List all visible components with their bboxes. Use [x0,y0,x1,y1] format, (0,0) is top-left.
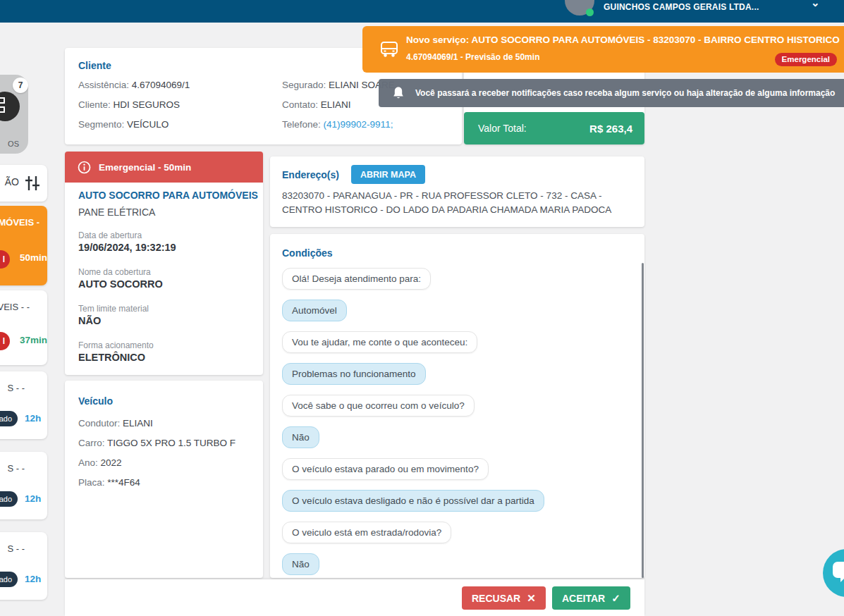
conditions-card: Condições Olá! Deseja atendimento para: … [270,234,644,578]
field-label: Placa: [78,477,105,488]
field-value: ***4F64 [107,477,140,488]
emergency-header-label: Emergencial - 50min [99,162,191,173]
emergency-badge: l [0,250,10,269]
refuse-button[interactable]: RECUSAR ✕ [462,586,546,610]
grid-icon [0,106,5,113]
online-status-dot [586,8,594,16]
notification-text: Você passará a receber notificações caso… [415,88,835,98]
chat-fab[interactable] [823,549,844,597]
chat-answer: Não [282,553,319,575]
plate-field: Placa: ***4F64 [78,477,236,488]
check-icon: ✓ [611,592,620,605]
contact-field: Contato: ELIANI [282,99,395,110]
status-pill: ado [0,491,18,507]
refuse-label: RECUSAR [472,593,520,604]
field-value: NÃO [78,315,149,326]
field-value: ELIANI [123,418,153,429]
service-item-eta: 12h [25,413,41,424]
service-problem: PANE ELÉTRICA [78,207,155,218]
field-label: Contato: [282,99,318,110]
field-label: Segurado: [282,80,326,90]
action-bar: RECUSAR ✕ ACEITAR ✓ [65,579,644,616]
field-value: AUTO SOCORRO [78,278,163,290]
open-map-button[interactable]: ABRIR MAPA [351,165,425,184]
new-service-toast[interactable]: Novo serviço: AUTO SOCORRO PARA AUTOMÓVE… [362,26,844,73]
sidebar-service-item[interactable]: VEIS - - l 37min [0,290,47,365]
address-card-title: Endereço(s) [282,169,339,180]
service-item-eta: 12h [25,493,41,504]
accept-button[interactable]: ACEITAR ✓ [552,586,630,610]
conditions-card-title: Condições [282,247,333,259]
car-field: Carro: TIGGO 5X PRO 1.5 TURBO F [78,438,236,448]
sidebar-service-item[interactable]: S - - ado 12h [0,532,47,600]
notification-toast: Você passará a receber notificações caso… [379,79,844,107]
address-card: Endereço(s) ABRIR MAPA 83203070 - PARANA… [270,156,644,227]
chat-question: O veículo estava parado ou em movimento? [282,458,489,480]
chat-question: O veiculo está em estrada/rodovia? [282,522,451,543]
total-value-banner: Valor Total: R$ 263,4 [464,112,644,144]
assistance-field: Assistência: 4.67094069/1 [78,80,190,90]
field-value: TIGGO 5X PRO 1.5 TURBO F [107,438,236,448]
chevron-down-icon[interactable]: ⌄ [811,0,820,9]
services-tile-label: OS [8,140,19,148]
field-label: Nome da cobertura [78,267,163,277]
field-value: ELETRÔNICO [78,352,154,363]
emergency-header: Emergencial - 50min [65,152,263,183]
field-label: Ano: [78,457,98,468]
filter-sliders-icon[interactable] [24,175,41,192]
field-label: Assistência: [78,80,129,90]
field-value: 19/06/2024, 19:32:19 [78,242,176,253]
material-limit-field: Tem limite material NÃO [78,304,149,326]
chat-answer: Não [282,426,319,448]
client-card-title: Cliente [78,60,111,71]
field-value: ELIANI [321,99,351,110]
service-name: AUTO SOCORRO PARA AUTOMÓVEIS [78,190,258,201]
field-label: Segmento: [78,119,124,130]
field-label: Data de abertura [78,230,176,240]
field-label: Forma acionamento [78,340,154,350]
sidebar-service-item[interactable]: S - - ado 12h [0,452,47,519]
service-item-eta: 50min [20,252,47,263]
sidebar-service-item-selected[interactable]: MÓVEIS - l 50min [0,206,47,285]
total-label: Valor Total: [478,123,527,134]
service-detail-card: Emergencial - 50min AUTO SOCORRO PARA AU… [65,152,263,375]
field-label: Carro: [78,438,105,448]
insured-field: Segurado: ELIANI SOARE [282,80,395,90]
info-icon [78,161,91,174]
opening-date-field: Data de abertura 19/06/2024, 19:32:19 [78,230,176,253]
chat-question: Você sabe o que ocorreu com o veículo? [282,395,475,417]
coverage-field: Nome da cobertura AUTO SOCORRO [78,267,163,290]
phone-link[interactable]: (41)99902-9911; [324,119,393,130]
chat-bubble-icon [832,561,844,584]
sidebar-services-tile[interactable]: 7 OS [0,75,28,154]
service-item-title: S - - [7,383,25,393]
toast-title: Novo serviço: AUTO SOCORRO PARA AUTOMÓVE… [406,35,840,45]
driver-field: Condutor: ELIANI [78,418,236,429]
field-value: VEÍCULO [127,119,169,130]
service-item-title: S - - [7,543,25,554]
vehicle-card: Veículo Condutor: ELIANI Carro: TIGGO 5X… [65,381,263,578]
sidebar-service-item[interactable]: S - - ado 12h [0,371,47,439]
emergency-pill: Emergencial [775,53,837,66]
chat-answer: Automóvel [282,300,347,321]
conditions-scrollbar[interactable] [642,263,644,578]
service-item-title: VEIS - - [0,302,30,312]
field-label: Condutor: [78,418,120,429]
field-value: 2022 [101,457,122,468]
service-dispatch-app: GUINCHOS CAMPOS GERAIS LTDA... ⌄ 7 OS ÃO… [0,0,844,616]
sidebar-filter-card[interactable]: ÃO [0,165,47,202]
segment-field: Segmento: VEÍCULO [78,119,190,130]
bell-icon [392,86,405,100]
total-value: R$ 263,4 [589,123,632,135]
grid-icon [0,97,5,104]
filter-label: ÃO [5,176,19,187]
service-item-title: S - - [7,463,25,474]
chat-question: Olá! Deseja atendimento para: [282,268,431,290]
top-bar: GUINCHOS CAMPOS GERAIS LTDA... ⌄ [0,0,844,23]
status-pill: ado [0,411,18,426]
service-item-eta: 37min [20,335,47,345]
service-item-title: MÓVEIS - [0,217,39,228]
phone-field: Telefone: (41)99902-9911; [282,119,395,130]
company-name[interactable]: GUINCHOS CAMPOS GERAIS LTDA... [604,2,759,12]
field-label: Cliente: [78,99,111,110]
